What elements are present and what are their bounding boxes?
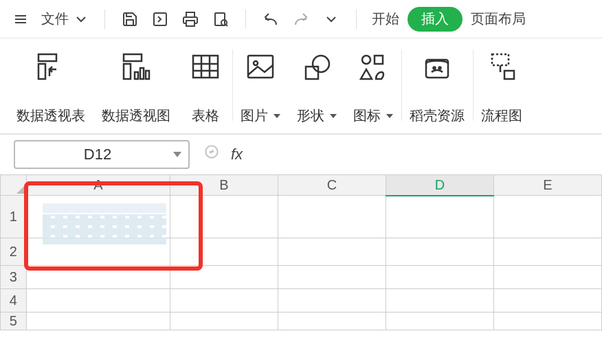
ribbon-pivot-table[interactable]: 数据透视表 [8, 44, 93, 133]
svg-rect-15 [193, 56, 218, 78]
grid-row: 4 [1, 289, 602, 312]
col-header-B[interactable]: B [170, 175, 278, 196]
svg-point-21 [254, 61, 258, 65]
svg-rect-9 [38, 64, 45, 79]
ribbon-shapes-label: 形状 [297, 106, 337, 125]
tab-page-layout[interactable]: 页面布局 [468, 7, 528, 32]
cell-C1[interactable] [278, 196, 386, 238]
svg-line-7 [226, 25, 227, 26]
cell-C2[interactable] [278, 238, 386, 266]
svg-rect-30 [492, 54, 509, 65]
fx-label[interactable]: fx [231, 146, 243, 163]
cancel-icon[interactable] [203, 144, 221, 166]
ribbon-table-label: 表格 [192, 106, 219, 125]
ribbon-pivot-chart[interactable]: 数据透视图 [93, 44, 179, 133]
cell-D5[interactable] [386, 312, 493, 330]
cell-A3[interactable] [26, 266, 170, 289]
row-header-1[interactable]: 1 [1, 196, 27, 238]
col-header-D[interactable]: D [386, 175, 493, 196]
ribbon-pivot-table-label: 数据透视表 [16, 106, 85, 125]
svg-rect-5 [215, 13, 225, 25]
flowchart-icon [483, 48, 520, 85]
cell-D3[interactable] [386, 266, 493, 289]
titlebar: 文件 开始 插入 页面布局 [0, 0, 602, 38]
cell-B3[interactable] [170, 266, 278, 289]
tab-start[interactable]: 开始 [369, 7, 402, 32]
svg-rect-4 [186, 21, 194, 26]
svg-rect-13 [140, 68, 144, 79]
grid-row: 5 [1, 312, 602, 330]
tab-insert[interactable]: 插入 [408, 7, 462, 32]
ribbon-picture[interactable]: 图片 [232, 44, 289, 133]
ribbon-flowchart[interactable]: 流程图 [473, 44, 531, 133]
undo-button[interactable] [258, 7, 283, 32]
ribbon-table[interactable]: 表格 [179, 44, 232, 133]
hamburger-icon[interactable] [8, 7, 33, 32]
grid-row: 3 [1, 266, 602, 289]
save-button[interactable] [118, 7, 142, 32]
svg-rect-8 [38, 54, 56, 61]
name-box[interactable]: D12 [14, 140, 190, 169]
table-icon [187, 48, 224, 85]
cell-A1[interactable] [26, 196, 170, 238]
cell-A5[interactable] [26, 312, 170, 330]
name-box-value: D12 [22, 146, 173, 163]
cell-A2[interactable] [26, 238, 170, 266]
cell-B1[interactable] [170, 196, 278, 238]
cell-D1[interactable] [386, 196, 493, 238]
separator [104, 10, 105, 29]
cell-C4[interactable] [278, 289, 386, 312]
ribbon: 数据透视表 数据透视图 表格 图片 形状 图标 稻壳资源 [0, 38, 602, 135]
separator [245, 10, 246, 29]
docer-icon [419, 48, 456, 85]
ribbon-docer[interactable]: 稻壳资源 [401, 44, 473, 133]
grid-table[interactable]: A B C D E 1 2 3 [0, 174, 602, 330]
cell-C5[interactable] [278, 312, 386, 330]
cell-E3[interactable] [493, 266, 601, 289]
ribbon-icons[interactable]: 图标 [345, 44, 401, 133]
cell-A4[interactable] [26, 289, 170, 312]
cell-B4[interactable] [170, 289, 278, 312]
undo-dropdown[interactable] [319, 7, 344, 32]
col-header-A[interactable]: A [26, 175, 170, 196]
svg-rect-32 [504, 71, 514, 79]
svg-rect-12 [135, 72, 138, 79]
svg-rect-14 [146, 71, 149, 79]
cell-C3[interactable] [278, 266, 386, 289]
ribbon-shapes[interactable]: 形状 [289, 44, 345, 133]
separator [356, 10, 357, 29]
cell-D2[interactable] [386, 238, 493, 266]
formula-input[interactable] [252, 140, 588, 169]
svg-marker-26 [361, 69, 372, 79]
cell-D4[interactable] [386, 289, 493, 312]
ribbon-picture-label: 图片 [241, 106, 280, 125]
pivot-table-icon [32, 48, 69, 85]
output-button[interactable] [148, 7, 172, 32]
row-header-2[interactable]: 2 [1, 238, 27, 266]
row-header-5[interactable]: 5 [1, 312, 27, 330]
row-header-4[interactable]: 4 [1, 289, 27, 312]
select-all-corner[interactable] [1, 175, 27, 196]
ribbon-icons-label: 图标 [353, 106, 393, 125]
print-preview-button[interactable] [208, 7, 233, 32]
print-button[interactable] [178, 7, 203, 32]
row-header-3[interactable]: 3 [1, 266, 27, 289]
svg-rect-23 [306, 67, 318, 79]
svg-point-29 [439, 67, 441, 69]
pivot-chart-icon [118, 48, 155, 85]
picture-icon [242, 48, 279, 85]
icons-icon [355, 48, 392, 85]
cell-E2[interactable] [493, 238, 601, 266]
col-header-C[interactable]: C [278, 175, 386, 196]
formula-area: fx [203, 140, 588, 169]
file-menu[interactable]: 文件 [38, 7, 92, 32]
redo-button[interactable] [289, 7, 313, 32]
cell-E4[interactable] [493, 289, 601, 312]
cell-B2[interactable] [170, 238, 278, 266]
cell-E5[interactable] [493, 312, 601, 330]
name-box-dropdown-icon[interactable] [173, 152, 181, 157]
svg-point-24 [362, 56, 370, 64]
cell-B5[interactable] [170, 312, 278, 330]
col-header-E[interactable]: E [493, 175, 601, 196]
cell-E1[interactable] [493, 196, 601, 238]
